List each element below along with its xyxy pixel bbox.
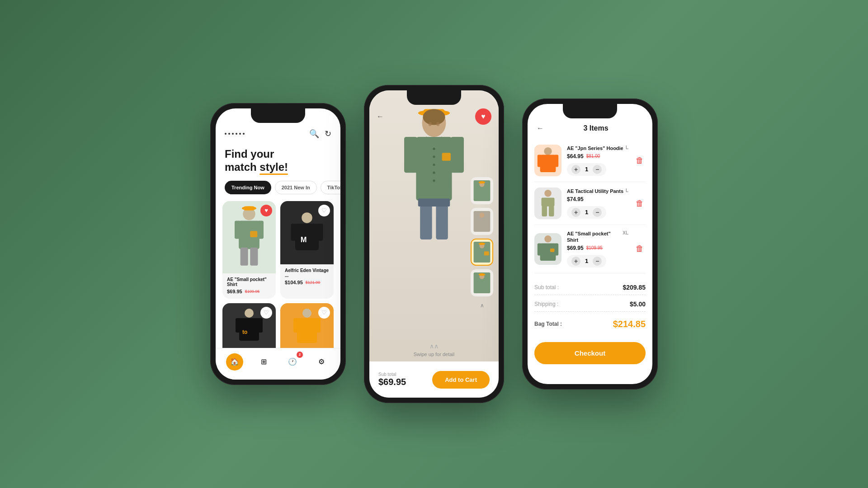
- tab-2021-new-in[interactable]: 2021 New In: [275, 181, 317, 194]
- price-area: Sub total $69.95: [378, 372, 406, 387]
- tab-trending-now[interactable]: Trending Now: [225, 181, 271, 194]
- back-button[interactable]: ←: [377, 113, 384, 121]
- svg-rect-63: [538, 243, 542, 255]
- nav-settings[interactable]: ⚙: [313, 353, 330, 371]
- qty-control-3: + 1 −: [567, 255, 606, 267]
- svg-text:M: M: [301, 235, 307, 244]
- item-size-2: L: [626, 188, 628, 193]
- qty-decrease-3[interactable]: +: [571, 257, 580, 266]
- svg-point-45: [479, 213, 484, 218]
- qty-increase-2[interactable]: −: [593, 208, 602, 217]
- favorite-button-3[interactable]: ♡: [260, 307, 272, 319]
- item-price-3: $69.95: [567, 245, 584, 251]
- shipping-label: Shipping :: [534, 301, 558, 307]
- qty-decrease-1[interactable]: +: [571, 165, 580, 174]
- phone-cart-screen: ← 3 Items AE "Jpn Series" Hoodie: [528, 104, 652, 384]
- category-tabs: Trending Now 2021 New In TikTok: [216, 181, 340, 194]
- bag-total-label: Bag Total :: [534, 321, 562, 327]
- search-icon[interactable]: 🔍: [309, 129, 319, 139]
- svg-point-61: [544, 235, 551, 242]
- product-info-1: AE "Small pocket" Shirt $69.95 $109.95: [222, 273, 276, 299]
- add-to-cart-button[interactable]: Add to Cart: [432, 371, 490, 389]
- bottom-navigation: 🏠 ⊞ 🕐 ⚙: [216, 348, 340, 380]
- cart-item-image-1: [534, 145, 561, 176]
- qty-increase-1[interactable]: −: [593, 165, 602, 174]
- thumb-img-2: [472, 209, 492, 234]
- shipping-row: Shipping : $5.00: [534, 297, 646, 312]
- thumbnail-1[interactable]: [471, 177, 493, 204]
- item-price-2: $74.95: [567, 196, 584, 202]
- nav-notifications[interactable]: 🕐: [284, 353, 301, 371]
- shipping-value: $5.00: [630, 300, 646, 308]
- svg-rect-8: [250, 247, 258, 265]
- svg-rect-56: [554, 155, 559, 167]
- thumb-img-1: [472, 178, 492, 203]
- product-card-1[interactable]: ♥ AE "Small pocket" Shirt $69.95 $109.95: [222, 201, 276, 299]
- cart-items-list: AE "Jpn Series" Hoodie L $64.95 $81.00 +…: [528, 139, 652, 273]
- bag-total-row: Bag Total : $214.85: [534, 314, 646, 333]
- header-icons: 🔍 ↻: [309, 129, 331, 139]
- svg-rect-2: [244, 206, 255, 210]
- product-card-2[interactable]: M ♡ Aelfric Eden Vintage ... $104.95 $12…: [280, 201, 334, 299]
- thumbnails-chevron[interactable]: ∧: [471, 300, 493, 311]
- product-image-3: to ♡: [222, 303, 276, 348]
- cart-back-button[interactable]: ←: [537, 124, 544, 132]
- favorite-button-2[interactable]: ♡: [318, 205, 330, 216]
- cart-title: 3 Items: [548, 124, 643, 132]
- svg-rect-7: [241, 247, 248, 265]
- svg-rect-10: [295, 224, 319, 250]
- qty-increase-3[interactable]: −: [593, 257, 602, 266]
- detail-header: ← ♥: [377, 108, 491, 125]
- delete-item-3[interactable]: 🗑: [634, 242, 646, 255]
- thumbnail-4[interactable]: [471, 269, 493, 296]
- svg-point-53: [544, 147, 552, 155]
- phone-notch-3: [563, 104, 617, 118]
- price-current-1: $69.95: [227, 289, 242, 294]
- item-size-3: XL: [623, 230, 628, 235]
- svg-point-33: [433, 155, 435, 158]
- svg-point-32: [433, 148, 435, 150]
- title-line2: match: [225, 161, 257, 173]
- svg-rect-6: [250, 231, 257, 237]
- item-size-1: L: [626, 145, 628, 150]
- svg-rect-60: [549, 206, 554, 216]
- svg-point-19: [302, 309, 311, 318]
- svg-point-52: [479, 273, 486, 276]
- product-name-2: Aelfric Eden Vintage ...: [285, 268, 329, 278]
- favorite-button[interactable]: ♥: [475, 108, 491, 125]
- phone-product-detail: ← ♥: [364, 85, 504, 403]
- refresh-icon[interactable]: ↻: [325, 129, 331, 139]
- item-original-1: $81.00: [586, 154, 600, 159]
- cart-item-2: AE Tactical Utility Pants L $74.95 + 1 −…: [534, 182, 646, 225]
- svg-rect-16: [236, 318, 241, 333]
- title-line1: Find your: [225, 148, 274, 160]
- product-image-2: M ♡: [280, 201, 334, 264]
- tab-tiktok[interactable]: TikTok: [321, 181, 340, 194]
- qty-control-2: + 1 −: [567, 206, 606, 219]
- item-price-row-1: $64.95 $81.00: [567, 153, 628, 160]
- cart-item-image-2: [534, 188, 561, 219]
- nav-home[interactable]: 🏠: [226, 353, 243, 371]
- thumbnail-2[interactable]: [471, 208, 493, 235]
- delete-item-2[interactable]: 🗑: [634, 197, 646, 210]
- svg-point-48: [479, 243, 486, 245]
- product-image-4: ♡: [280, 303, 334, 348]
- cart-totals: Sub total : $209.85 Shipping : $5.00 Bag…: [528, 273, 652, 338]
- thumb-img-4: [472, 270, 492, 296]
- phone-home-screen: 🔍 ↻ Find your match style! Trending Now …: [216, 108, 340, 380]
- qty-decrease-2[interactable]: +: [571, 208, 580, 217]
- svg-rect-4: [235, 221, 241, 239]
- checkout-button[interactable]: Checkout: [534, 342, 646, 364]
- thumb-img-3: [472, 239, 492, 265]
- nav-apps[interactable]: ⊞: [255, 353, 272, 371]
- item-name-2: AE Tactical Utility Pants: [567, 188, 623, 194]
- bag-total-value: $214.85: [613, 319, 646, 329]
- svg-rect-64: [554, 243, 559, 255]
- item-original-3: $109.95: [586, 245, 603, 250]
- favorite-button-1[interactable]: ♥: [260, 205, 272, 216]
- subtotal-row: Sub total : $209.85: [534, 280, 646, 295]
- favorite-button-4[interactable]: ♡: [318, 307, 330, 319]
- thumbnail-3[interactable]: [471, 239, 493, 266]
- delete-item-1[interactable]: 🗑: [634, 154, 646, 167]
- qty-value-1: 1: [585, 166, 588, 173]
